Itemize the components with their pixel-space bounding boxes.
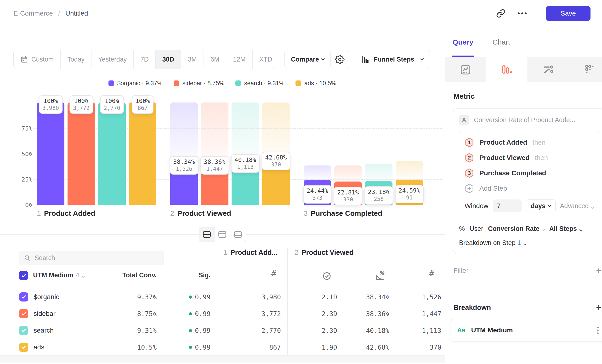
total-conv-header[interactable]: Total Conv. (122, 272, 157, 279)
tab-query[interactable]: Query (452, 27, 473, 57)
y-axis-tick: 50% (10, 150, 32, 157)
header-divider (11, 287, 445, 287)
row-checkbox[interactable] (19, 343, 28, 352)
counting-method[interactable]: User (470, 225, 483, 233)
window-value-input[interactable] (493, 200, 522, 212)
date-range-6m[interactable]: 6M (204, 50, 226, 69)
funnel-bar-sidebar-step1[interactable] (67, 103, 95, 205)
funnel-bar-search-step1[interactable] (98, 103, 126, 205)
more-options-button[interactable]: ••• (515, 6, 530, 21)
sig-value: 0.99 (189, 310, 211, 318)
report-type-funnels[interactable] (486, 57, 528, 82)
bar-value-label: 24.44%373 (303, 185, 332, 203)
metric-step-2[interactable]: 2Product Viewedthen (464, 150, 594, 165)
count-column-icon[interactable]: # (271, 269, 276, 278)
date-range-today[interactable]: Today (61, 50, 91, 69)
bar-value-label: 23.18%258 (364, 186, 393, 205)
report-type-strip (445, 57, 602, 82)
gear-icon (335, 55, 344, 64)
window-unit-select[interactable]: days (526, 200, 556, 212)
chart-type-selector[interactable]: Funnel Steps (355, 50, 430, 69)
date-range-custom[interactable]: Custom (14, 50, 61, 69)
report-type-retention[interactable] (569, 57, 602, 82)
avg-time-column-icon[interactable] (322, 271, 332, 282)
add-breakdown-button[interactable]: + (596, 303, 601, 312)
date-range-7d[interactable]: 7D (134, 50, 156, 69)
breakdown-property-card[interactable]: Aa UTM Medium (451, 319, 602, 342)
sig-dot-icon (189, 312, 192, 315)
view-toggle-chart-only[interactable] (215, 227, 230, 242)
compare-button[interactable]: Compare (284, 50, 331, 69)
bar-value-label: 42.68%370 (261, 152, 290, 170)
kebab-menu-icon[interactable] (597, 327, 599, 334)
metric-step-1[interactable]: 1Product Addedthen (464, 135, 594, 150)
table-footer-strip (0, 356, 445, 363)
table-row-ads[interactable]: ads10.5%0.998671.9D42.68%370 (0, 339, 445, 356)
legend-swatch (174, 80, 179, 86)
step-number-hexagon: 2 (464, 153, 474, 163)
date-range-30d[interactable]: 30D (156, 50, 181, 69)
legend-label: ads · 10.5% (304, 80, 336, 87)
total-conv-value: 9.31% (137, 327, 157, 334)
funnel-bar-organic-step1[interactable] (37, 103, 64, 205)
legend-item-search[interactable]: search · 9.31% (235, 79, 284, 87)
share-link-icon[interactable] (493, 6, 508, 21)
retention-icon (584, 64, 596, 75)
report-title[interactable]: Untitled (65, 10, 88, 17)
steps-scope-select[interactable]: All Steps (549, 225, 582, 233)
bar-value-label: 24.59%91 (395, 185, 424, 203)
chevron-down-icon (321, 57, 325, 60)
breadcrumb-parent[interactable]: E-Commerce (13, 10, 53, 17)
select-all-checkbox[interactable] (19, 271, 28, 280)
step2-count: 1,113 (422, 327, 441, 334)
metric-step-3[interactable]: 3Purchase Completed (464, 165, 594, 181)
table-step-group-1: 1 Product Add... (223, 249, 278, 257)
string-property-icon: Aa (457, 327, 465, 334)
date-range-12m[interactable]: 12M (226, 50, 253, 69)
measure-select[interactable]: Conversion Rate (488, 225, 545, 233)
report-type-insights[interactable] (445, 57, 486, 82)
metric-title[interactable]: Conversion Rate of Product Adde... (474, 116, 575, 124)
add-filter-button[interactable]: + (596, 266, 601, 275)
step2-conv-value: 38.36% (366, 310, 389, 318)
row-checkbox[interactable] (19, 326, 28, 335)
table-search[interactable] (19, 251, 164, 265)
view-toggle-table-only[interactable] (230, 227, 246, 242)
date-range-xtd[interactable]: XTD (253, 50, 275, 69)
add-step-button[interactable]: Add Step (464, 181, 594, 196)
row-name: $organic (33, 293, 59, 301)
chart-settings-button[interactable] (331, 50, 349, 69)
legend-item-organic[interactable]: $organic · 9.37% (108, 79, 162, 87)
chart-legend: $organic · 9.37%sidebar · 8.75%search · … (0, 79, 445, 87)
add-step-hexagon-icon (464, 183, 474, 193)
save-button[interactable]: Save (546, 6, 591, 21)
table-row-sidebar[interactable]: sidebar8.75%0.993,7722.3D38.36%1,447 (0, 305, 445, 322)
table-row-organic[interactable]: $organic9.37%0.993,9802.1D38.34%1,526 (0, 289, 445, 305)
count-column-icon[interactable]: # (429, 269, 434, 278)
date-range-yesterday[interactable]: Yesterday (91, 50, 134, 69)
metric-card: A Conversion Rate of Product Adde... 1Pr… (453, 108, 602, 254)
view-toggle-split-view[interactable] (199, 227, 215, 242)
conversion-column-icon[interactable] (375, 271, 385, 282)
sig-dot-icon (189, 329, 192, 332)
row-checkbox[interactable] (19, 292, 28, 301)
group-column-header[interactable]: UTM Medium4 (33, 272, 84, 279)
chevron-down-icon (420, 57, 424, 60)
legend-item-sidebar[interactable]: sidebar · 8.75% (174, 79, 224, 87)
sig-header[interactable]: Sig. (199, 272, 211, 279)
advanced-toggle[interactable]: Advanced (560, 202, 594, 210)
table-row-search[interactable]: search9.31%0.992,7702.3D40.18%1,113 (0, 322, 445, 339)
date-range-3m[interactable]: 3M (181, 50, 204, 69)
total-conv-value: 10.5% (137, 344, 157, 351)
legend-item-ads[interactable]: ads · 10.5% (295, 79, 336, 87)
check-icon (21, 328, 27, 333)
search-input[interactable] (34, 254, 159, 262)
report-type-flows[interactable] (528, 57, 569, 82)
funnel-ghost-bar (365, 164, 392, 181)
funnel-bar-ads-step1[interactable] (129, 103, 156, 205)
breakdown-on-step-select[interactable]: Breakdown on Step 1 (459, 239, 599, 247)
row-checkbox[interactable] (19, 309, 28, 318)
row-name: ads (33, 343, 44, 351)
tab-chart[interactable]: Chart (493, 27, 510, 57)
chart-toolbar: CustomTodayYesterday7D30D3M6M12MXTD Comp… (0, 50, 445, 69)
